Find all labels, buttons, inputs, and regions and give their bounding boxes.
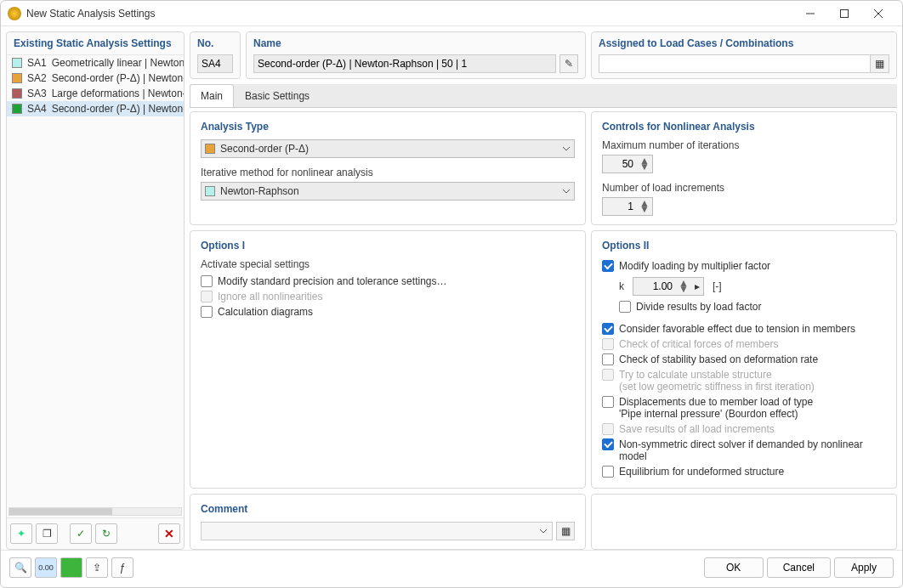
activate-label: Activate special settings bbox=[201, 258, 575, 270]
cancel-button[interactable]: Cancel bbox=[767, 557, 831, 578]
delete-icon[interactable]: ✕ bbox=[158, 523, 180, 544]
ok-button[interactable]: OK bbox=[704, 557, 764, 578]
apply-button[interactable]: Apply bbox=[834, 557, 894, 578]
opt1-modify-precision-checkbox[interactable] bbox=[201, 275, 213, 287]
sidebar-item-sa2[interactable]: SA2Second-order (P-Δ) | Newton-R bbox=[7, 71, 184, 86]
new-item-icon[interactable]: ✦ bbox=[10, 523, 32, 544]
iterative-method-dropdown[interactable]: Newton-Raphson bbox=[201, 182, 575, 201]
analysis-type-dropdown[interactable]: Second-order (P-Δ) bbox=[201, 139, 575, 158]
assigned-input[interactable]: ▦ bbox=[599, 54, 889, 73]
opt2-divide-results-checkbox[interactable] bbox=[619, 301, 631, 313]
tab-main[interactable]: Main bbox=[190, 84, 234, 107]
k-unit: [-] bbox=[713, 280, 722, 292]
left-heading: Existing Static Analysis Settings bbox=[7, 32, 184, 55]
left-scrollbar[interactable] bbox=[9, 507, 182, 516]
color-swatch-icon bbox=[12, 88, 22, 99]
load-incr-label: Number of load increments bbox=[602, 182, 886, 194]
copy-item-icon[interactable]: ❐ bbox=[36, 523, 58, 544]
max-iter-label: Maximum number of iterations bbox=[602, 139, 886, 151]
footer-tool1-icon[interactable]: ⇪ bbox=[86, 557, 108, 578]
svg-rect-0 bbox=[841, 9, 849, 17]
options2-heading: Options II bbox=[602, 240, 886, 252]
opt2-critical-forces-checkbox bbox=[602, 338, 614, 350]
sidebar-item-sa3[interactable]: SA3Large deformations | Newton- bbox=[7, 86, 184, 101]
no-input[interactable] bbox=[197, 54, 233, 73]
max-iter-spinner[interactable]: ▲▼ bbox=[602, 155, 653, 173]
options1-heading: Options I bbox=[201, 240, 575, 252]
opt1-ignore-nonlinear-checkbox bbox=[201, 291, 213, 302]
opt2-stability-checkbox[interactable] bbox=[602, 353, 614, 365]
chevron-down-icon bbox=[562, 144, 571, 153]
assigned-picker-icon[interactable]: ▦ bbox=[870, 55, 889, 72]
opt2-pipe-pressure-checkbox[interactable] bbox=[602, 396, 614, 408]
analysis-type-heading: Analysis Type bbox=[201, 121, 575, 133]
name-input[interactable] bbox=[253, 54, 556, 73]
opt2-nonsymm-solver-checkbox[interactable] bbox=[602, 438, 614, 450]
name-label: Name bbox=[253, 37, 578, 49]
comment-picker-icon[interactable]: ▦ bbox=[556, 522, 575, 540]
opt2-multiplier-checkbox[interactable] bbox=[602, 260, 614, 272]
assigned-label: Assigned to Load Cases / Combinations bbox=[599, 37, 889, 49]
color-swatch-icon bbox=[12, 58, 22, 68]
check-refresh-icon[interactable]: ↻ bbox=[95, 523, 117, 544]
sidebar-item-sa1[interactable]: SA1Geometrically linear | Newton- bbox=[7, 55, 184, 71]
footer-search-icon[interactable]: 🔍 bbox=[9, 557, 31, 578]
color-swatch-icon bbox=[12, 73, 22, 83]
app-icon bbox=[8, 7, 21, 20]
edit-name-icon[interactable]: ✎ bbox=[559, 54, 578, 73]
opt2-favorable-tension-checkbox[interactable] bbox=[602, 323, 614, 335]
iterative-method-label: Iterative method for nonlinear analysis bbox=[201, 167, 575, 178]
k-label: k bbox=[619, 280, 624, 292]
footer-units-icon[interactable]: 0.00 bbox=[35, 557, 57, 578]
opt2-save-results-checkbox bbox=[602, 423, 614, 435]
chevron-down-icon[interactable] bbox=[535, 527, 552, 535]
load-incr-spinner[interactable]: ▲▼ bbox=[602, 197, 653, 216]
chevron-down-icon bbox=[562, 187, 571, 195]
footer-color-icon[interactable] bbox=[60, 557, 82, 578]
footer-tool2-icon[interactable]: ƒ bbox=[111, 557, 133, 578]
close-button[interactable] bbox=[861, 2, 895, 25]
minimize-button[interactable] bbox=[793, 2, 827, 25]
opt2-unstable-checkbox bbox=[602, 369, 614, 381]
k-spinner[interactable]: ▲▼ ▸ bbox=[633, 277, 704, 296]
color-swatch-icon bbox=[12, 104, 22, 114]
opt2-equilibrium-checkbox[interactable] bbox=[602, 466, 614, 478]
controls-heading: Controls for Nonlinear Analysis bbox=[602, 121, 886, 133]
comment-input[interactable] bbox=[201, 522, 553, 540]
maximize-button[interactable] bbox=[827, 2, 861, 25]
no-label: No. bbox=[197, 37, 233, 49]
sidebar-item-sa4[interactable]: SA4Second-order (P-Δ) | Newton-R bbox=[7, 101, 184, 116]
comment-heading: Comment bbox=[201, 503, 575, 515]
check-green-icon[interactable]: ✓ bbox=[70, 523, 92, 544]
window-title: New Static Analysis Settings bbox=[26, 8, 793, 20]
tab-basic-settings[interactable]: Basic Settings bbox=[234, 84, 321, 107]
opt1-calc-diagrams-checkbox[interactable] bbox=[201, 306, 213, 318]
